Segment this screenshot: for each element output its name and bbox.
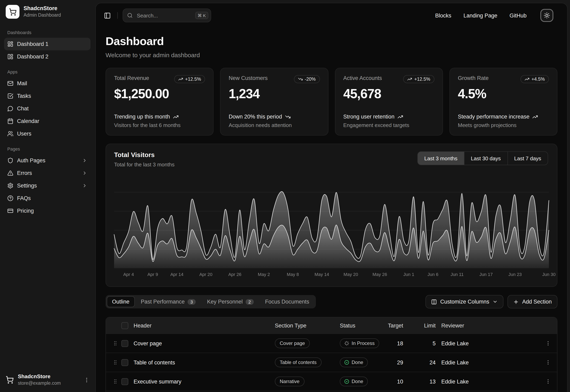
sidebar-toggle-button[interactable] bbox=[102, 10, 113, 20]
sidebar-item-label: Dashboard 1 bbox=[17, 41, 48, 47]
range-last-7-days[interactable]: Last 7 days bbox=[508, 152, 548, 165]
tab-focus-documents[interactable]: Focus Documents bbox=[260, 296, 315, 307]
mail-icon bbox=[7, 80, 14, 86]
sidebar-footer-account[interactable]: ShadcnStore store@example.com bbox=[0, 369, 95, 392]
search-box[interactable]: ⌘ K bbox=[123, 9, 211, 22]
svg-text:Apr 26: Apr 26 bbox=[228, 272, 241, 277]
drag-handle-icon[interactable] bbox=[109, 340, 121, 346]
row-checkbox[interactable] bbox=[121, 359, 128, 366]
tab-key-personnel[interactable]: Key Personnel 2 bbox=[202, 296, 259, 307]
drag-handle-icon[interactable] bbox=[109, 360, 121, 365]
range-toggle-group: Last 3 months Last 30 days Last 7 days bbox=[417, 151, 548, 165]
sidebar-item-auth-pages[interactable]: Auth Pages bbox=[4, 154, 90, 167]
table-row: Executive summary Narrative Done 10 13 E… bbox=[106, 372, 557, 391]
admin-dashboard-app: ShadcnStore Admin Dashboard Dashboards D… bbox=[0, 0, 570, 392]
status-badge: Done bbox=[340, 358, 368, 367]
page-subtitle: Welcome to your admin dashboard bbox=[106, 52, 557, 58]
row-header[interactable]: Table of contents bbox=[134, 359, 275, 365]
sidebar-item-errors[interactable]: Errors bbox=[4, 167, 90, 179]
row-limit[interactable]: 13 bbox=[409, 378, 441, 384]
chevron-right-icon bbox=[82, 183, 87, 188]
row-menu-button[interactable] bbox=[539, 378, 557, 384]
nav-section-label-apps: Apps bbox=[4, 70, 90, 74]
row-target[interactable]: 29 bbox=[385, 359, 409, 365]
svg-text:Jun 17: Jun 17 bbox=[480, 272, 493, 277]
sidebar-item-calendar[interactable]: Calendar bbox=[4, 115, 90, 127]
circle-check-icon bbox=[344, 379, 349, 384]
row-limit[interactable]: 5 bbox=[409, 340, 441, 346]
row-checkbox[interactable] bbox=[121, 340, 128, 347]
sidebar-item-pricing[interactable]: Pricing bbox=[4, 205, 90, 217]
sun-icon bbox=[544, 12, 550, 19]
stat-value: 4.5% bbox=[458, 86, 549, 101]
tab-past-performance[interactable]: Past Performance 3 bbox=[136, 296, 201, 307]
drag-handle-icon[interactable] bbox=[109, 378, 121, 384]
ellipsis-vertical-icon[interactable] bbox=[84, 377, 90, 383]
visitors-area-chart[interactable]: Apr 4Apr 9Apr 14Apr 20Apr 26May 2May 8Ma… bbox=[114, 183, 549, 279]
range-last-30-days[interactable]: Last 30 days bbox=[464, 152, 508, 165]
sections-table: Header Section Type Status Target Limit … bbox=[106, 317, 557, 392]
row-limit[interactable]: 24 bbox=[409, 359, 441, 365]
col-target: Target bbox=[385, 322, 409, 328]
chevron-down-icon bbox=[492, 299, 498, 304]
sidebar-item-users[interactable]: Users bbox=[4, 127, 90, 140]
nav-section-label-pages: Pages bbox=[4, 146, 90, 151]
sidebar-item-faqs[interactable]: FAQs bbox=[4, 192, 90, 205]
cart-icon bbox=[9, 8, 16, 16]
row-checkbox[interactable] bbox=[121, 378, 128, 385]
sidebar-item-mail[interactable]: Mail bbox=[4, 77, 90, 90]
search-input[interactable] bbox=[136, 12, 192, 19]
table-header-row: Header Section Type Status Target Limit … bbox=[106, 317, 557, 334]
sidebar-item-label: Settings bbox=[17, 182, 37, 189]
sidebar: ShadcnStore Admin Dashboard Dashboards D… bbox=[0, 0, 95, 392]
row-reviewer[interactable]: Eddie Lake bbox=[441, 359, 539, 365]
message-circle-icon bbox=[7, 106, 14, 112]
stat-footer-sub: Visitors for the last 6 months bbox=[114, 122, 205, 128]
stat-card-active-accounts: Active Accounts +12.5% 45,678 Strong use… bbox=[335, 68, 443, 136]
sidebar-item-tasks[interactable]: Tasks bbox=[4, 90, 90, 102]
select-all-checkbox[interactable] bbox=[121, 322, 128, 329]
range-last-3-months[interactable]: Last 3 months bbox=[418, 152, 464, 165]
row-target[interactable]: 10 bbox=[385, 378, 409, 384]
sidebar-item-dashboard-1[interactable]: Dashboard 1 bbox=[4, 38, 90, 50]
chevron-right-icon bbox=[82, 158, 87, 163]
row-header[interactable]: Executive summary bbox=[134, 378, 275, 384]
stat-card-growth-rate: Growth Rate +4.5% 4.5% Steady performanc… bbox=[449, 68, 558, 136]
row-target[interactable]: 18 bbox=[385, 340, 409, 346]
table-row: Technical approach Narrative Done 27 23 … bbox=[106, 391, 557, 392]
customize-columns-button[interactable]: Customize Columns bbox=[426, 295, 504, 308]
trending-down-icon bbox=[285, 114, 290, 120]
link-landing-page[interactable]: Landing Page bbox=[463, 12, 497, 18]
table-row: Cover page Cover page In Process 18 5 Ed… bbox=[106, 334, 557, 353]
trending-down-icon bbox=[298, 77, 303, 82]
plus-icon bbox=[513, 299, 519, 305]
tab-outline[interactable]: Outline bbox=[107, 296, 135, 307]
row-menu-button[interactable] bbox=[539, 360, 557, 365]
stat-label: Total Revenue bbox=[114, 75, 149, 81]
loader-icon bbox=[344, 341, 349, 346]
link-blocks[interactable]: Blocks bbox=[435, 12, 451, 18]
topbar-divider bbox=[117, 12, 118, 19]
row-reviewer[interactable]: Eddie Lake bbox=[441, 340, 539, 346]
trend-badge: +12.5% bbox=[174, 75, 205, 83]
gear-icon bbox=[7, 182, 14, 189]
section-type-badge: Narrative bbox=[275, 377, 304, 386]
search-icon bbox=[127, 13, 133, 18]
brand-header[interactable]: ShadcnStore Admin Dashboard bbox=[0, 0, 95, 22]
theme-toggle-button[interactable] bbox=[540, 9, 553, 22]
tab-count-badge: 2 bbox=[246, 299, 254, 305]
svg-text:Jun 6: Jun 6 bbox=[428, 272, 439, 277]
row-reviewer[interactable]: Eddie Lake bbox=[441, 378, 539, 384]
calendar-icon bbox=[7, 118, 14, 124]
sidebar-item-label: Chat bbox=[17, 106, 28, 112]
total-visitors-card: Total Visitors Total for the last 3 mont… bbox=[106, 144, 557, 287]
row-menu-button[interactable] bbox=[539, 340, 557, 346]
sidebar-item-chat[interactable]: Chat bbox=[4, 102, 90, 115]
add-section-button[interactable]: Add Section bbox=[508, 295, 557, 308]
link-github[interactable]: GitHub bbox=[510, 12, 527, 18]
sidebar-item-dashboard-2[interactable]: Dashboard 2 bbox=[4, 50, 90, 63]
svg-text:May 2: May 2 bbox=[258, 272, 270, 277]
svg-text:May 20: May 20 bbox=[343, 272, 358, 277]
row-header[interactable]: Cover page bbox=[134, 340, 275, 346]
sidebar-item-settings[interactable]: Settings bbox=[4, 179, 90, 192]
